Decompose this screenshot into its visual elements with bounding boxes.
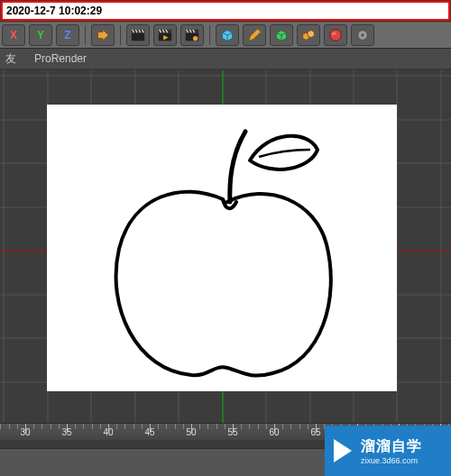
svg-point-7	[330, 30, 342, 41]
timeline-tick: 55	[227, 427, 237, 437]
cube-green-icon	[273, 27, 290, 43]
timeline-tick: 65	[310, 427, 320, 437]
render-button-3[interactable]	[180, 24, 204, 46]
clapboard-icon	[130, 27, 146, 43]
svg-point-10	[361, 33, 364, 37]
cube-button[interactable]	[216, 24, 239, 46]
gear-icon	[354, 27, 371, 43]
timeline-tick: 60	[269, 427, 279, 437]
axis-y-button[interactable]: Y	[29, 24, 52, 46]
move-icon	[95, 27, 111, 43]
sphere-icon	[327, 27, 344, 43]
sphere-button[interactable]	[324, 24, 347, 46]
watermark-text: 溜溜自学 zixue.3d66.com	[361, 437, 422, 465]
cube-stack-icon	[300, 27, 317, 43]
clapboard-arrow-icon	[157, 27, 173, 43]
timeline-tick: 30	[20, 427, 30, 437]
timestamp-overlay: 2020-12-7 10:02:29	[1, 1, 450, 21]
tab-prorender[interactable]: ProRender	[31, 50, 90, 68]
timeline-tick: 35	[61, 427, 71, 437]
cube-green-button[interactable]	[270, 24, 293, 46]
watermark-title: 溜溜自学	[361, 437, 422, 456]
axis-z-button[interactable]: Z	[56, 24, 79, 46]
pencil-button[interactable]	[243, 24, 266, 46]
move-button[interactable]	[91, 24, 115, 46]
timeline-tick: 45	[144, 427, 154, 437]
cube-stack-button[interactable]	[297, 24, 320, 46]
cube-primitive-icon	[219, 27, 235, 43]
timestamp-text: 2020-12-7 10:02:29	[6, 5, 102, 17]
tab-bar: 友 ProRender	[0, 49, 451, 69]
render-button-2[interactable]	[153, 24, 177, 46]
watermark: 溜溜自学 zixue.3d66.com	[325, 426, 451, 476]
pencil-icon	[246, 27, 262, 43]
axis-y-icon: Y	[37, 29, 44, 41]
svg-rect-0	[132, 32, 144, 41]
render-button-1[interactable]	[126, 24, 150, 46]
viewport[interactable]	[0, 70, 451, 424]
svg-point-6	[193, 36, 198, 41]
svg-point-8	[332, 32, 336, 35]
axis-x-icon: X	[10, 29, 17, 41]
axis-x-button[interactable]: X	[2, 24, 25, 46]
play-icon	[334, 439, 352, 462]
gear-button[interactable]	[351, 24, 374, 46]
toolbar-separator	[209, 25, 210, 45]
timeline-tick: 50	[186, 427, 196, 437]
watermark-url: zixue.3d66.com	[361, 456, 422, 465]
toolbar-separator	[120, 25, 121, 45]
toolbar-separator	[85, 25, 86, 45]
apple-drawing	[47, 105, 397, 391]
clapboard-dot-icon	[184, 27, 200, 43]
tab-left[interactable]: 友	[2, 49, 20, 69]
reference-image-plane	[47, 105, 397, 391]
axis-z-icon: Z	[64, 29, 70, 41]
main-toolbar: X Y Z	[0, 22, 451, 49]
timeline-tick: 40	[103, 427, 113, 437]
